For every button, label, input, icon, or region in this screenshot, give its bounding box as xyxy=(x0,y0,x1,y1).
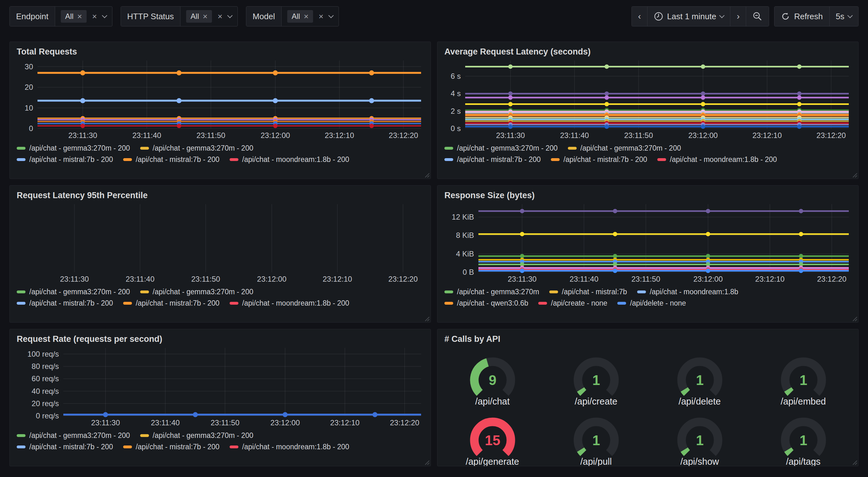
series-point xyxy=(613,209,617,213)
legend-item[interactable]: /api/chat - gemma3:270m - 200 xyxy=(140,288,253,296)
filter-clear-icon[interactable]: × xyxy=(319,12,323,21)
legend-item[interactable]: /api/chat - mistral:7b - 200 xyxy=(17,299,113,307)
chart[interactable]: 0 s2 s4 s6 s23:11:3023:11:4023:11:5023:1… xyxy=(443,57,852,141)
filter-http-status[interactable]: HTTP Status All × × xyxy=(121,6,238,27)
legend: /api/chat - gemma3:270m - 200/api/chat -… xyxy=(10,429,431,452)
panel-title[interactable]: # Calls by API xyxy=(437,329,858,344)
refresh-interval-button[interactable]: 5s xyxy=(830,7,858,26)
panel-title[interactable]: Request Latency 95th Percentile xyxy=(10,185,431,200)
legend-item[interactable]: /api/create - none xyxy=(538,299,607,307)
x-axis-tick: 23:11:50 xyxy=(191,275,220,283)
chip-close-icon[interactable]: × xyxy=(304,12,309,21)
zoom-out-button[interactable] xyxy=(746,7,769,26)
legend-item[interactable]: /api/chat - gemma3:270m - 200 xyxy=(140,144,253,152)
filter-model-value[interactable]: All × × xyxy=(282,7,339,26)
x-axis-tick: 23:11:30 xyxy=(91,418,120,427)
series-point xyxy=(701,102,705,107)
gauge-arc: 1 xyxy=(667,350,733,396)
legend: /api/chat - gemma3:270m - 200/api/chat -… xyxy=(10,286,431,309)
chart[interactable]: 010203023:11:3023:11:4023:11:5023:12:002… xyxy=(16,57,425,141)
legend-item[interactable]: /api/chat - gemma3:270m - 200 xyxy=(17,431,130,440)
legend-series-label: /api/chat - moondream:1.8b xyxy=(650,288,738,296)
legend-series-label: /api/chat - mistral:7b - 200 xyxy=(136,155,219,164)
time-range-picker[interactable]: Last 1 minute xyxy=(648,7,731,26)
time-back-button[interactable]: ‹ xyxy=(632,7,648,26)
panel-title[interactable]: Response Size (bytes) xyxy=(437,185,858,200)
x-axis-tick: 23:12:10 xyxy=(752,131,782,140)
legend-item[interactable]: /api/chat - gemma3:270m - 200 xyxy=(17,144,130,152)
legend-series-swatch xyxy=(551,158,560,161)
series-point xyxy=(273,124,277,128)
legend-item[interactable]: /api/chat - gemma3:270m - 200 xyxy=(568,144,681,152)
chart[interactable]: 23:11:3023:11:4023:11:5023:12:0023:12:10… xyxy=(16,201,425,284)
legend-item[interactable]: /api/chat - mistral:7b - 200 xyxy=(551,155,647,164)
chevron-down-icon[interactable] xyxy=(227,13,233,18)
legend-series-swatch xyxy=(444,291,453,293)
filter-endpoint-value[interactable]: All × × xyxy=(55,7,112,26)
legend-item[interactable]: /api/chat - mistral:7b - 200 xyxy=(123,155,219,164)
filter-model-chip[interactable]: All × xyxy=(287,10,313,23)
y-axis-tick: 60 req/s xyxy=(31,374,59,383)
chart-area: 010203023:11:3023:11:4023:11:5023:12:002… xyxy=(10,57,431,142)
panel-resize-handle[interactable] xyxy=(851,316,857,321)
panel-resize-handle[interactable] xyxy=(851,172,857,178)
legend-item[interactable]: /api/delete - none xyxy=(617,299,686,307)
x-axis-tick: 23:11:50 xyxy=(631,275,660,283)
time-forward-button[interactable]: › xyxy=(731,7,746,26)
panel-resize-handle[interactable] xyxy=(424,316,430,321)
chevron-down-icon[interactable] xyxy=(102,13,107,18)
legend-item[interactable]: /api/chat - moondream:1.8b xyxy=(637,288,738,296)
legend-item[interactable]: /api/chat - gemma3:270m - 200 xyxy=(140,431,253,440)
panel-title[interactable]: Total Requests xyxy=(10,42,431,57)
legend-series-label: /api/chat - gemma3:270m - 200 xyxy=(153,288,253,296)
gauge-arc: 1 xyxy=(667,410,733,456)
gauge-value: 9 xyxy=(489,372,496,388)
chevron-down-icon[interactable] xyxy=(328,13,334,18)
legend-item[interactable]: /api/chat - moondream:1.8b - 200 xyxy=(229,443,349,451)
gauge-arc: 1 xyxy=(563,350,629,396)
refresh-label: Refresh xyxy=(794,12,823,22)
filter-endpoint-chip[interactable]: All × xyxy=(61,10,87,23)
refresh-button[interactable]: Refresh xyxy=(774,7,829,26)
legend-item[interactable]: /api/chat - gemma3:270m - 200 xyxy=(17,288,130,296)
x-axis-tick: 23:12:00 xyxy=(260,131,290,140)
legend-item[interactable]: /api/chat - moondream:1.8b - 200 xyxy=(657,155,777,164)
zoom-out-icon xyxy=(752,11,763,22)
filter-clear-icon[interactable]: × xyxy=(92,12,97,21)
y-axis-tick: 100 req/s xyxy=(27,350,59,358)
x-axis-tick: 23:12:00 xyxy=(257,275,286,283)
series-point xyxy=(701,91,705,96)
panel-resize-handle[interactable] xyxy=(424,459,430,465)
filter-clear-icon[interactable]: × xyxy=(218,12,222,21)
filter-endpoint[interactable]: Endpoint All × × xyxy=(9,6,113,27)
panel-average-request-latency-seconds: Average Request Latency (seconds)0 s2 s4… xyxy=(437,41,859,179)
legend-item[interactable]: /api/chat - mistral:7b - 200 xyxy=(444,155,541,164)
x-axis-tick: 23:12:10 xyxy=(330,418,359,427)
chip-close-icon[interactable]: × xyxy=(77,12,82,21)
series-point xyxy=(508,95,513,100)
panel-title[interactable]: Request Rate (requests per second) xyxy=(10,329,431,344)
legend-item[interactable]: /api/chat - moondream:1.8b - 200 xyxy=(229,299,349,307)
legend-item[interactable]: /api/chat - mistral:7b - 200 xyxy=(123,443,219,451)
legend-item[interactable]: /api/chat - mistral:7b - 200 xyxy=(123,299,219,307)
panel-resize-handle[interactable] xyxy=(424,172,430,178)
legend-item[interactable]: /api/chat - mistral:7b xyxy=(549,288,627,296)
legend-item[interactable]: /api/chat - gemma3:270m - 200 xyxy=(444,144,558,152)
y-axis-tick: 0 s xyxy=(451,124,461,132)
series-point xyxy=(613,232,617,236)
panel-title[interactable]: Average Request Latency (seconds) xyxy=(437,42,858,57)
chip-close-icon[interactable]: × xyxy=(203,12,208,21)
legend-item[interactable]: /api/chat - moondream:1.8b - 200 xyxy=(229,155,349,164)
panel-resize-handle[interactable] xyxy=(851,459,857,465)
chart[interactable]: 0 req/s20 req/s40 req/s60 req/s80 req/s1… xyxy=(16,345,425,428)
x-axis-tick: 23:11:40 xyxy=(151,418,180,427)
legend-item[interactable]: /api/chat - gemma3:270m xyxy=(444,288,539,296)
legend-item[interactable]: /api/chat - mistral:7b - 200 xyxy=(17,155,113,164)
legend-item[interactable]: /api/chat - mistral:7b - 200 xyxy=(17,443,113,451)
series-point xyxy=(799,269,803,273)
filter-http-status-value[interactable]: All × × xyxy=(181,7,238,26)
filter-http-status-chip[interactable]: All × xyxy=(186,10,212,23)
chart[interactable]: 0 B4 KiB8 KiB12 KiB23:11:3023:11:4023:11… xyxy=(443,201,852,284)
filter-model[interactable]: Model All × × xyxy=(246,6,339,27)
legend-item[interactable]: /api/chat - qwen3:0.6b xyxy=(444,299,528,307)
